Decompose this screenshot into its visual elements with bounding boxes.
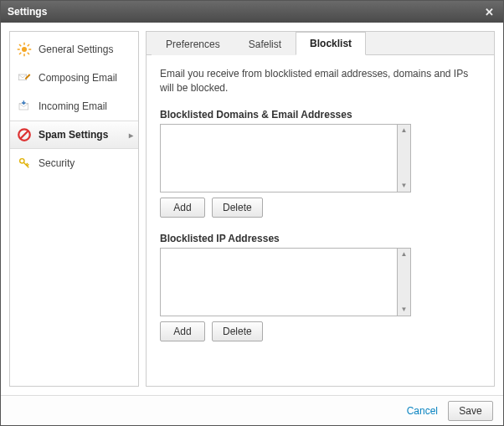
listbox-domains[interactable]	[160, 124, 398, 192]
scroll-down-icon[interactable]: ▼	[401, 182, 408, 189]
sidebar-item-label: General Settings	[39, 44, 113, 55]
main-panel: Preferences Safelist Blocklist Email you…	[146, 31, 495, 387]
tab-label: Safelist	[249, 38, 281, 50]
delete-domain-button[interactable]: Delete	[212, 198, 263, 218]
sidebar-item-composing-email[interactable]: Composing Email	[10, 64, 138, 92]
button-row-ips: Add Delete	[160, 321, 481, 341]
sidebar-item-label: Security	[39, 157, 75, 169]
window-title: Settings	[8, 6, 481, 18]
titlebar: Settings ✕	[1, 1, 503, 23]
cancel-button[interactable]: Cancel	[407, 405, 438, 417]
scrollbar-domains[interactable]: ▲ ▼	[398, 124, 411, 192]
scroll-up-icon[interactable]: ▲	[401, 251, 408, 258]
add-domain-button[interactable]: Add	[160, 198, 205, 218]
scroll-down-icon[interactable]: ▼	[401, 306, 408, 313]
tab-content-blocklist: Email you receive from blocklisted email…	[147, 55, 494, 386]
listbox-wrap-domains: ▲ ▼	[160, 124, 411, 192]
sidebar-item-spam-settings[interactable]: Spam Settings ▸	[10, 121, 138, 149]
sidebar-item-label: Composing Email	[39, 72, 117, 84]
compose-icon	[17, 70, 32, 85]
sidebar-item-security[interactable]: Security	[10, 149, 138, 177]
add-ip-button[interactable]: Add	[160, 321, 205, 341]
button-label: Save	[459, 405, 481, 417]
sidebar: General Settings Composing Email Incomin…	[9, 31, 139, 387]
block-icon	[17, 127, 32, 142]
sidebar-item-label: Spam Settings	[39, 129, 108, 141]
tab-blocklist[interactable]: Blocklist	[296, 32, 366, 55]
sidebar-item-general-settings[interactable]: General Settings	[10, 35, 138, 64]
button-label: Add	[173, 202, 191, 213]
delete-ip-button[interactable]: Delete	[212, 321, 263, 341]
svg-line-12	[21, 131, 28, 139]
button-label: Add	[173, 326, 191, 337]
incoming-icon	[17, 99, 32, 114]
section-label-domains: Blocklisted Domains & Email Addresses	[160, 109, 481, 121]
scrollbar-ips[interactable]: ▲ ▼	[398, 248, 411, 316]
listbox-ips[interactable]	[160, 248, 398, 316]
save-button[interactable]: Save	[448, 401, 493, 421]
tab-preferences[interactable]: Preferences	[152, 33, 234, 55]
tab-bar: Preferences Safelist Blocklist	[147, 32, 494, 55]
sidebar-item-incoming-email[interactable]: Incoming Email	[10, 92, 138, 121]
scroll-up-icon[interactable]: ▲	[401, 127, 408, 134]
settings-window: Settings ✕ General Settings Composing Em…	[0, 0, 504, 426]
window-body: General Settings Composing Email Incomin…	[1, 23, 503, 395]
footer: Cancel Save	[1, 395, 503, 425]
tab-safelist[interactable]: Safelist	[234, 33, 296, 55]
blocklist-description: Email you receive from blocklisted email…	[160, 67, 481, 95]
key-icon	[17, 156, 32, 171]
button-label: Delete	[223, 202, 252, 213]
tab-label: Blocklist	[310, 38, 352, 49]
gear-icon	[17, 42, 32, 57]
svg-line-7	[19, 53, 21, 54]
close-icon[interactable]: ✕	[481, 4, 496, 19]
svg-line-5	[19, 44, 21, 46]
button-label: Delete	[223, 326, 252, 337]
tab-label: Preferences	[166, 38, 220, 50]
button-row-domains: Add Delete	[160, 198, 481, 218]
section-label-ips: Blocklisted IP Addresses	[160, 233, 481, 244]
chevron-right-icon: ▸	[129, 131, 133, 140]
sidebar-item-label: Incoming Email	[39, 100, 107, 112]
svg-line-8	[28, 44, 29, 46]
listbox-wrap-ips: ▲ ▼	[160, 248, 411, 316]
svg-point-13	[20, 159, 24, 163]
svg-point-0	[22, 47, 27, 52]
svg-line-6	[28, 53, 29, 54]
